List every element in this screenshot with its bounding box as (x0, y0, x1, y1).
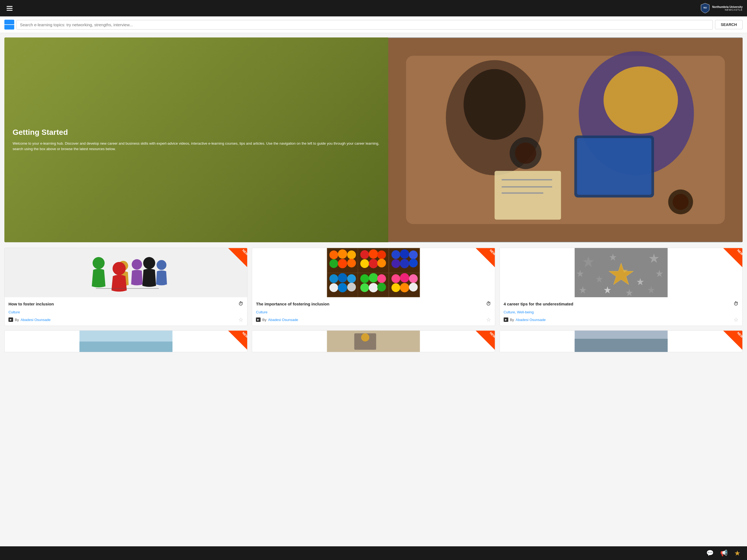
svg-point-41 (360, 259, 369, 268)
bottom-card-3[interactable]: NEW (499, 330, 743, 352)
card-image-pawns: NEW (5, 248, 247, 297)
card-title-3: 4 career tips for the underestimated ⏱ (504, 301, 739, 307)
hamburger-menu-button[interactable] (4, 4, 15, 13)
card-tags-3[interactable]: Culture, Well-being (504, 310, 739, 314)
svg-point-53 (330, 283, 338, 292)
bottom-image-svg-3 (500, 331, 742, 352)
author-link-3[interactable]: Abadesi Osunsade (516, 318, 546, 322)
university-logo: NU Northumbria University NEWCASTLE (700, 3, 743, 14)
svg-point-36 (338, 259, 347, 268)
svg-rect-88 (574, 339, 667, 352)
bottom-card-1[interactable]: NEW (4, 330, 248, 352)
card-author-1: ▶ By Abadesi Osunsade ☆ (8, 316, 243, 323)
bottom-card-image-1: NEW (5, 331, 247, 352)
svg-point-4 (463, 69, 525, 140)
main-content: Getting Started Welcome to your e-learni… (0, 33, 747, 357)
university-name: Northumbria University (712, 5, 743, 8)
search-input[interactable] (17, 20, 713, 29)
svg-point-58 (377, 274, 386, 283)
video-icon-2: ▶ (256, 317, 261, 322)
card-image-balls: NEW (252, 248, 495, 297)
svg-point-66 (400, 283, 409, 292)
svg-point-62 (391, 274, 400, 283)
svg-rect-10 (577, 138, 651, 195)
svg-point-60 (369, 283, 378, 292)
cards-grid: NEW How to foster inclusion ⏱ Culture ▶ … (4, 248, 743, 326)
card-title-2: The importance of fostering inclusion ⏱ (256, 301, 491, 307)
balls-svg (252, 248, 495, 297)
stars-svg (500, 248, 742, 297)
hero-text-section: Getting Started Welcome to your e-learni… (4, 37, 388, 242)
favorite-star-1[interactable]: ☆ (238, 316, 243, 323)
svg-point-54 (338, 283, 347, 292)
card-body-1: How to foster inclusion ⏱ Culture ▶ By A… (5, 297, 247, 326)
card-tags-1[interactable]: Culture (8, 310, 243, 314)
card-author-2: ▶ By Abadesi Osunsade ☆ (256, 316, 491, 323)
svg-point-55 (347, 283, 356, 291)
author-link-1[interactable]: Abadesi Osunsade (21, 318, 51, 322)
svg-point-21 (143, 257, 155, 269)
timer-icon-2: ⏱ (486, 301, 491, 307)
svg-point-44 (391, 250, 400, 259)
svg-point-67 (409, 283, 418, 291)
svg-point-61 (377, 283, 386, 291)
search-bar: SEARCH (0, 17, 747, 33)
svg-point-35 (330, 259, 338, 268)
svg-point-52 (347, 274, 356, 283)
svg-rect-83 (80, 341, 173, 352)
university-location: NEWCASTLE (712, 8, 743, 11)
card-title-1: How to foster inclusion ⏱ (8, 301, 243, 307)
svg-point-38 (360, 250, 369, 259)
bottom-image-svg-1 (5, 331, 247, 352)
card-importance-inclusion[interactable]: NEW The importance of fostering inclusio… (252, 248, 495, 326)
bottom-cards-grid: NEW NEW (4, 330, 743, 352)
svg-point-33 (338, 249, 347, 259)
svg-point-45 (400, 249, 409, 259)
card-career-tips[interactable]: NEW 4 career tips for the underestimated… (499, 248, 743, 326)
svg-text:NU: NU (703, 6, 707, 9)
shield-icon: NU (700, 3, 710, 14)
svg-point-6 (515, 143, 536, 164)
timer-icon-3: ⏱ (733, 301, 739, 307)
video-icon-3: ▶ (504, 317, 508, 322)
svg-point-65 (391, 283, 400, 292)
hero-description: Welcome to your e-learning hub. Discover… (12, 141, 380, 152)
svg-point-86 (361, 333, 369, 341)
svg-point-22 (157, 260, 166, 270)
svg-point-34 (347, 251, 356, 259)
svg-point-51 (338, 273, 347, 282)
svg-rect-11 (495, 171, 561, 220)
card-foster-inclusion[interactable]: NEW How to foster inclusion ⏱ Culture ▶ … (4, 248, 248, 326)
svg-point-42 (369, 259, 378, 268)
svg-point-37 (347, 259, 356, 268)
hero-image-svg (388, 37, 743, 242)
card-body-3: 4 career tips for the underestimated ⏱ C… (500, 297, 742, 326)
svg-point-49 (409, 259, 418, 268)
svg-point-18 (93, 257, 105, 269)
svg-point-64 (409, 274, 418, 283)
bottom-card-2[interactable]: NEW (252, 330, 495, 352)
card-body-2: The importance of fostering inclusion ⏱ … (252, 297, 495, 326)
svg-point-63 (400, 273, 409, 282)
top-navigation: NU Northumbria University NEWCASTLE (0, 0, 747, 17)
svg-point-8 (603, 67, 678, 134)
svg-point-23 (113, 262, 126, 275)
svg-point-20 (132, 259, 142, 270)
svg-point-47 (391, 259, 400, 268)
search-menu-button[interactable] (4, 20, 14, 29)
hero-title: Getting Started (12, 128, 380, 137)
svg-point-57 (369, 273, 378, 282)
bottom-image-svg-2 (252, 331, 495, 352)
favorite-star-2[interactable]: ☆ (486, 316, 491, 323)
hero-banner: Getting Started Welcome to your e-learni… (4, 37, 743, 242)
bottom-card-image-2: NEW (252, 331, 495, 352)
favorite-star-3[interactable]: ☆ (733, 316, 739, 323)
svg-point-46 (409, 251, 418, 259)
svg-point-43 (377, 259, 386, 268)
card-tags-2[interactable]: Culture (256, 310, 491, 314)
svg-point-59 (360, 283, 369, 292)
pawns-svg (5, 248, 247, 297)
author-link-2[interactable]: Abadesi Osunsade (268, 318, 298, 322)
svg-point-16 (673, 194, 689, 210)
search-button[interactable]: SEARCH (715, 20, 743, 29)
